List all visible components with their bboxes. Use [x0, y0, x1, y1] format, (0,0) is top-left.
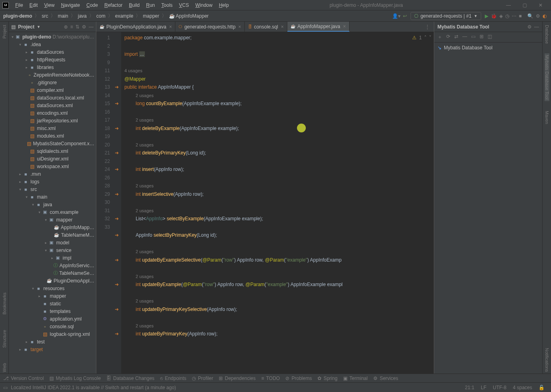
gear-icon[interactable]: ⚙: [82, 24, 86, 30]
search-icon[interactable]: 🔍: [527, 13, 533, 19]
file-encoding[interactable]: UTF-8: [493, 385, 506, 390]
editor-tab[interactable]: ⎔generated-requests.http×: [175, 22, 244, 32]
line-number[interactable]: 21: [96, 149, 110, 157]
line-number[interactable]: 18: [96, 124, 110, 133]
gutter-slot[interactable]: [112, 157, 121, 166]
line-number[interactable]: 26: [96, 174, 110, 182]
usage-hint[interactable]: 2 usages: [124, 116, 431, 124]
gutter-slot[interactable]: [112, 223, 121, 232]
bottom-tool-services[interactable]: ⚙Services: [373, 376, 398, 381]
tree-item[interactable]: ▾■.idea: [9, 41, 96, 48]
console-icon[interactable]: ▭: [471, 34, 476, 41]
line-number[interactable]: 29: [96, 190, 110, 199]
user-icon[interactable]: 👤▾: [392, 13, 401, 19]
settings-icon[interactable]: ⚙: [536, 13, 540, 19]
breadcrumb-item[interactable]: java: [78, 13, 87, 19]
gutter-slot[interactable]: [112, 42, 121, 51]
left-tab-project[interactable]: Project: [2, 23, 7, 40]
caret-position[interactable]: 21:1: [465, 385, 474, 390]
breadcrumb-item[interactable]: main: [58, 13, 68, 19]
tree-item[interactable]: ▸■httpRequests: [9, 56, 96, 63]
nav-icon[interactable]: ➜: [115, 84, 119, 90]
tree-item[interactable]: ▫ZeppelinRemoteNotebook…: [9, 71, 96, 79]
tree-item[interactable]: ▧compiler.xml: [9, 86, 96, 94]
gutter-slot[interactable]: ➜: [112, 256, 121, 264]
nav-icon[interactable]: ➜: [115, 150, 119, 156]
gutter-slot[interactable]: [112, 34, 121, 42]
nav-icon[interactable]: ➜: [115, 282, 119, 287]
menu-tools[interactable]: Tools: [158, 2, 176, 8]
usage-hint[interactable]: 2 usages: [124, 297, 431, 305]
status-icon[interactable]: ▭: [3, 385, 8, 390]
line-number[interactable]: 33: [96, 223, 110, 232]
breadcrumb-item[interactable]: example: [115, 13, 133, 19]
gutter-slot[interactable]: [112, 272, 121, 281]
menu-code[interactable]: Code: [83, 2, 101, 8]
editor-tab[interactable]: ☕AppInfoMapper.java×: [287, 22, 350, 32]
usage-hint[interactable]: 2 usages: [124, 272, 431, 281]
tree-item[interactable]: ▾■java: [9, 201, 96, 208]
gutter-slot[interactable]: ➜: [112, 83, 121, 91]
tree-item[interactable]: ▧workspace.xml: [9, 162, 96, 170]
line-number[interactable]: 28: [96, 182, 110, 190]
gutter-slot[interactable]: [112, 59, 121, 67]
line-number[interactable]: 13: [96, 83, 110, 91]
gutter-slot[interactable]: [112, 50, 121, 59]
gutter-slot[interactable]: [112, 240, 121, 248]
stop-button[interactable]: ■: [519, 13, 522, 19]
tree-item[interactable]: ▧uiDesigner.xml: [9, 155, 96, 162]
editor-tab[interactable]: ☕PluginDemoApplication.java×: [96, 22, 175, 32]
left-tab-structure[interactable]: Structure: [2, 328, 7, 349]
bottom-tool-endpoints[interactable]: ⎋Endpoints: [160, 376, 186, 381]
chevron-down-icon[interactable]: ▼: [37, 25, 41, 29]
coverage-button[interactable]: ◈: [499, 13, 503, 19]
gutter-slot[interactable]: [112, 322, 121, 330]
tree-item[interactable]: ▸■target: [9, 345, 96, 353]
menu-build[interactable]: Build: [126, 2, 143, 8]
nav-icon[interactable]: ➜: [115, 216, 119, 221]
line-number[interactable]: 19: [96, 132, 110, 141]
line-number[interactable]: 1: [96, 34, 110, 42]
gutter-slot[interactable]: ➜: [112, 305, 121, 314]
nav-icon[interactable]: ➜: [115, 191, 119, 197]
usage-hint[interactable]: 2 usages: [124, 207, 431, 215]
table-icon[interactable]: ⊞: [480, 34, 484, 41]
breadcrumb-item[interactable]: plugin-demo: [3, 13, 32, 19]
tree-item[interactable]: ▾■main: [9, 193, 96, 201]
usage-hint[interactable]: 2 usages: [124, 248, 431, 256]
tree-root[interactable]: ▾▣plugin-demo D:\workspace\plu…: [9, 33, 96, 41]
gutter-slot[interactable]: ➜: [112, 124, 121, 133]
tree-item[interactable]: ▸■mapper: [9, 292, 96, 300]
line-number[interactable]: 20: [96, 141, 110, 149]
line-number[interactable]: 14: [96, 91, 110, 100]
tree-item[interactable]: ▾▣mapper: [9, 216, 96, 223]
line-separator[interactable]: LF: [481, 385, 486, 390]
breadcrumb-item[interactable]: src: [42, 13, 48, 19]
bottom-tool-profiler[interactable]: ◷Profiler: [192, 376, 213, 381]
tree-item[interactable]: ▾▣com.example: [9, 208, 96, 216]
remove-icon[interactable]: —: [462, 34, 467, 41]
inspection-strip[interactable]: ⚠ 1 ˄ ˅: [412, 34, 431, 42]
tree-item[interactable]: ⒾAppInfoServic…: [9, 262, 96, 269]
tree-item[interactable]: ▧dataSources.local.xml: [9, 94, 96, 102]
right-tab-database[interactable]: Database: [545, 23, 549, 45]
more-run-icon[interactable]: ⋯: [512, 13, 516, 19]
tree-item[interactable]: ▸■logs: [9, 178, 96, 185]
tree-item[interactable]: ⚙application.yml: [9, 315, 96, 323]
debug-button[interactable]: 🐞: [491, 13, 497, 19]
gutter-slot[interactable]: [112, 108, 121, 116]
bottom-tool-dependencies[interactable]: ⊞Dependencies: [219, 376, 256, 381]
window-icon[interactable]: ◫: [488, 34, 492, 41]
db-tree-item[interactable]: ↘ Mybatis Database Tool: [437, 45, 539, 51]
tree-item[interactable]: ▧logback-spring.xml: [9, 330, 96, 338]
run-button[interactable]: ▶: [485, 13, 488, 19]
minimize-button[interactable]: —: [500, 2, 516, 8]
tree-item[interactable]: ▧encodings.xml: [9, 109, 96, 117]
collapse-icon[interactable]: ≡: [70, 24, 73, 30]
usage-hint[interactable]: 4 usages: [124, 67, 431, 75]
back-button[interactable]: ↩: [403, 13, 407, 19]
bottom-tool-database-changes[interactable]: 🗄Database Changes: [106, 376, 155, 381]
right-tab-notifications[interactable]: Notifications: [545, 346, 549, 374]
tree-item[interactable]: ☕TableNameM…: [9, 231, 96, 239]
tree-item[interactable]: ▾■src: [9, 185, 96, 193]
